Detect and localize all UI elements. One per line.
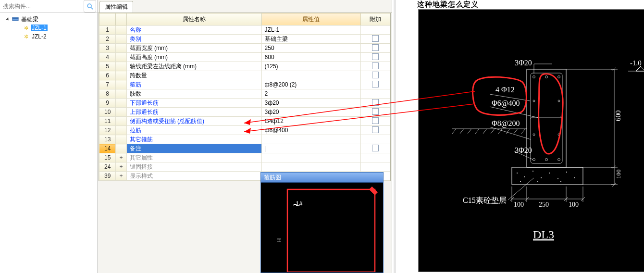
- prop-value[interactable]: 基础主梁: [261, 35, 360, 44]
- prop-add[interactable]: [360, 89, 390, 99]
- prop-add[interactable]: [360, 80, 390, 89]
- grid-row[interactable]: 7箍筋ф8@200 (2): [99, 80, 390, 89]
- cad-elev: -1.0: [630, 59, 642, 67]
- svg-line-34: [460, 129, 464, 134]
- prop-add[interactable]: [360, 117, 390, 126]
- prop-value[interactable]: 3ф20: [261, 99, 360, 108]
- prop-name: 箍筋: [126, 80, 261, 89]
- prop-add[interactable]: [360, 126, 390, 135]
- stirrup-diagram-popup[interactable]: 箍筋图 ⌐ 1# H: [260, 172, 384, 273]
- grid-row[interactable]: 6跨数量: [99, 71, 390, 80]
- prop-value[interactable]: [261, 135, 360, 144]
- grid-row[interactable]: 5轴线距梁左边线距离 (mm)(125): [99, 62, 390, 71]
- tab-property-edit[interactable]: 属性编辑: [99, 1, 133, 12]
- cad-dim-100a: 100: [514, 201, 524, 208]
- grid-row[interactable]: 3截面宽度 (mm)250: [99, 44, 390, 53]
- svg-line-46: [490, 107, 539, 118]
- prop-value[interactable]: JZL-1: [261, 25, 360, 35]
- tree-root[interactable]: 基础梁: [5, 15, 97, 24]
- svg-point-13: [541, 177, 542, 178]
- prop-add[interactable]: [360, 153, 390, 162]
- grid-row[interactable]: 24+锚固搭接: [99, 162, 390, 172]
- row-expander: [116, 99, 126, 108]
- prop-add[interactable]: [360, 25, 390, 35]
- prop-value[interactable]: [261, 71, 360, 80]
- prop-value[interactable]: ф6@400: [261, 126, 360, 135]
- prop-add[interactable]: [360, 144, 390, 153]
- row-expander[interactable]: +: [116, 172, 126, 181]
- svg-rect-3: [12, 17, 18, 18]
- row-number: 6: [99, 71, 116, 80]
- prop-name: 侧面构造或受扭筋 (总配筋值): [126, 117, 261, 126]
- grid-row[interactable]: 4截面高度 (mm)600: [99, 53, 390, 62]
- svg-point-12: [533, 171, 533, 172]
- grid-row[interactable]: 12拉筋ф6@400: [99, 126, 390, 135]
- prop-add[interactable]: [360, 44, 390, 53]
- row-number: 1: [99, 25, 116, 35]
- svg-point-18: [520, 181, 521, 182]
- row-number: 7: [99, 80, 116, 89]
- prop-add[interactable]: [360, 135, 390, 144]
- cad-dim-250: 250: [539, 201, 549, 208]
- svg-rect-9: [512, 167, 583, 185]
- cad-dim-600: 600: [614, 111, 622, 122]
- row-expander[interactable]: +: [116, 162, 126, 172]
- grid-row[interactable]: 1名称JZL-1: [99, 25, 390, 35]
- svg-line-37: [483, 129, 487, 134]
- prop-add[interactable]: [360, 71, 390, 80]
- prop-add[interactable]: [360, 62, 390, 71]
- row-expander[interactable]: +: [116, 153, 126, 162]
- cad-title: DL3: [533, 228, 554, 241]
- row-number: 15: [99, 153, 116, 162]
- prop-value[interactable]: 600: [261, 53, 360, 62]
- component-tree[interactable]: 基础梁 ✲ JZL-1 ✲ JZL-2: [0, 13, 97, 41]
- prop-name: 显示样式: [126, 172, 261, 181]
- prop-value[interactable]: 250: [261, 44, 360, 53]
- row-expander: [116, 108, 126, 117]
- expand-icon[interactable]: [5, 16, 11, 22]
- row-number: 13: [99, 135, 116, 144]
- tree-item-jzl1[interactable]: ✲ JZL-1: [5, 24, 97, 32]
- grid-row[interactable]: 13其它箍筋: [99, 135, 390, 144]
- col-add: 附加: [360, 13, 390, 25]
- search-input[interactable]: [0, 0, 83, 12]
- row-number: 24: [99, 162, 116, 172]
- prop-value[interactable]: 2: [261, 89, 360, 99]
- prop-add[interactable]: [360, 53, 390, 62]
- prop-name: 名称: [126, 25, 261, 35]
- cad-label-top-bars: 3Φ20: [515, 59, 532, 67]
- prop-value[interactable]: 3ф20: [261, 108, 360, 117]
- prop-value[interactable]: [261, 162, 360, 172]
- row-number: 39: [99, 172, 116, 181]
- prop-value[interactable]: G4ф12: [261, 117, 360, 126]
- grid-row[interactable]: 10上部通长筋3ф20: [99, 108, 390, 117]
- search-button[interactable]: [84, 0, 96, 12]
- prop-add[interactable]: [360, 108, 390, 117]
- grid-row[interactable]: 11侧面构造或受扭筋 (总配筋值)G4ф12: [99, 117, 390, 126]
- grid-row[interactable]: 2类别基础主梁: [99, 35, 390, 44]
- prop-add[interactable]: [360, 35, 390, 44]
- prop-add[interactable]: [360, 162, 390, 172]
- row-expander: [116, 35, 126, 44]
- prop-value[interactable]: ф8@200 (2): [261, 80, 360, 89]
- prop-add[interactable]: [360, 99, 390, 108]
- svg-point-22: [533, 76, 535, 78]
- row-expander: [116, 80, 126, 89]
- svg-point-16: [566, 172, 567, 173]
- prop-value[interactable]: [261, 153, 360, 162]
- grid-header-row: 属性名称 属性值 附加: [99, 13, 390, 25]
- col-name: 属性名称: [126, 13, 261, 25]
- prop-value[interactable]: [261, 144, 360, 153]
- row-number: 4: [99, 53, 116, 62]
- prop-value[interactable]: (125): [261, 62, 360, 71]
- grid-row[interactable]: 9下部通长筋3ф20: [99, 99, 390, 108]
- svg-point-14: [549, 173, 550, 174]
- row-expander: [116, 44, 126, 53]
- row-expander: [116, 53, 126, 62]
- tree-item-jzl2[interactable]: ✲ JZL-2: [5, 32, 97, 41]
- property-grid[interactable]: 属性名称 属性值 附加 1名称JZL-12类别基础主梁3截面宽度 (mm)250…: [99, 13, 391, 181]
- grid-row[interactable]: 15+其它属性: [99, 153, 390, 162]
- prop-name: 跨数量: [126, 71, 261, 80]
- grid-row[interactable]: 14备注: [99, 144, 390, 153]
- grid-row[interactable]: 8肢数2: [99, 89, 390, 99]
